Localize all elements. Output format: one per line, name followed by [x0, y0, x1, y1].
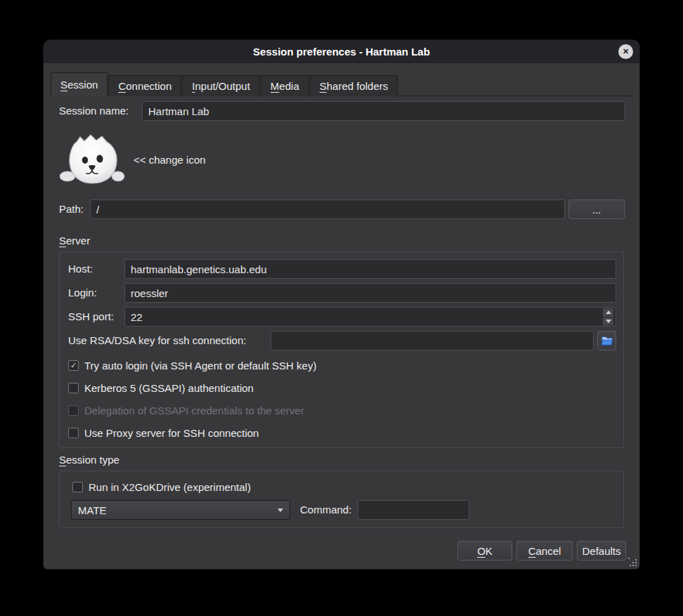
cancel-button[interactable]: Cancel [516, 541, 573, 561]
ok-button[interactable]: OK [457, 541, 512, 561]
host-input[interactable] [124, 259, 616, 279]
checkbox-row-gssapi-delegation: Delegation of GSSAPI credentials to the … [68, 403, 304, 417]
server-group: Host: Login: SSH port: Use RSA/DSA key f… [59, 251, 624, 448]
window-title: Session preferences - Hartman Lab [253, 46, 430, 58]
ssh-port-input[interactable] [124, 307, 616, 327]
tab-media[interactable]: Media [261, 75, 309, 96]
resize-grip[interactable] [628, 558, 637, 567]
tab-shared-folders[interactable]: Shared folders [310, 75, 398, 96]
session-type-value: MATE [78, 504, 107, 516]
change-icon-label: << change icon [134, 150, 206, 170]
session-preferences-dialog: Session preferences - Hartman Lab ✕ Sess… [44, 40, 639, 569]
gssapi-delegation-checkbox [68, 405, 79, 416]
close-icon: ✕ [623, 47, 629, 56]
tab-input-output[interactable]: Input/Output [182, 75, 260, 96]
browse-path-button[interactable]: ... [568, 199, 625, 219]
session-name-input[interactable] [142, 101, 625, 121]
ssh-port-spin-down[interactable] [603, 317, 613, 326]
checkbox-row-kerberos[interactable]: Kerberos 5 (GSSAPI) authentication [68, 381, 254, 395]
titlebar[interactable]: Session preferences - Hartman Lab ✕ [44, 40, 639, 63]
ssh-port-label: SSH port: [68, 307, 114, 327]
arrow-down-icon [606, 320, 611, 323]
command-label: Command: [300, 500, 351, 520]
session-icon-button[interactable] [60, 132, 125, 188]
defaults-button[interactable]: Defaults [577, 541, 626, 561]
session-type-group-title: Session type [59, 454, 119, 466]
resize-grip-dots [628, 558, 630, 559]
rsa-key-browse-button[interactable] [597, 331, 616, 350]
folder-open-icon [601, 335, 613, 346]
session-type-group: Run in X2GoKDrive (experimental) MATE Co… [59, 471, 624, 528]
session-type-select[interactable]: MATE [71, 500, 290, 520]
proxy-checkbox[interactable] [68, 428, 79, 438]
kerberos-label: Kerberos 5 (GSSAPI) authentication [84, 382, 254, 394]
path-label: Path: [59, 199, 84, 219]
kerberos-checkbox[interactable] [68, 383, 79, 393]
tab-bar: Session Connection Input/Output Media Sh… [51, 72, 398, 96]
arrow-up-icon [606, 310, 611, 314]
login-input[interactable] [124, 283, 616, 303]
path-input[interactable] [90, 199, 565, 219]
login-label: Login: [68, 283, 97, 303]
rsa-key-input[interactable] [271, 331, 594, 350]
server-group-title: Server [59, 235, 90, 247]
session-name-label: Session name: [59, 101, 129, 121]
gssapi-delegation-label: Delegation of GSSAPI credentials to the … [84, 405, 304, 417]
x2gokdrive-checkbox[interactable] [72, 482, 83, 492]
auto-login-label: Try auto login (via SSH Agent or default… [84, 360, 316, 372]
tab-connection[interactable]: Connection [108, 75, 181, 96]
rsa-key-label: Use RSA/DSA key for ssh connection: [68, 331, 246, 350]
proxy-label: Use Proxy server for SSH connection [84, 427, 259, 439]
chevron-down-icon [278, 509, 283, 512]
close-button[interactable]: ✕ [618, 44, 633, 59]
host-label: Host: [68, 259, 93, 279]
checkbox-row-x2gokdrive[interactable]: Run in X2GoKDrive (experimental) [72, 480, 251, 494]
command-input[interactable] [358, 500, 469, 520]
seal-icon [60, 132, 125, 188]
tab-session[interactable]: Session [51, 72, 108, 96]
x2gokdrive-label: Run in X2GoKDrive (experimental) [89, 481, 251, 493]
auto-login-checkbox[interactable]: ✓ [68, 360, 79, 371]
ssh-port-spinner [602, 308, 614, 326]
checkbox-row-proxy[interactable]: Use Proxy server for SSH connection [68, 426, 259, 440]
checkbox-row-auto-login[interactable]: ✓ Try auto login (via SSH Agent or defau… [68, 358, 316, 372]
ssh-port-spin-up[interactable] [603, 308, 613, 317]
